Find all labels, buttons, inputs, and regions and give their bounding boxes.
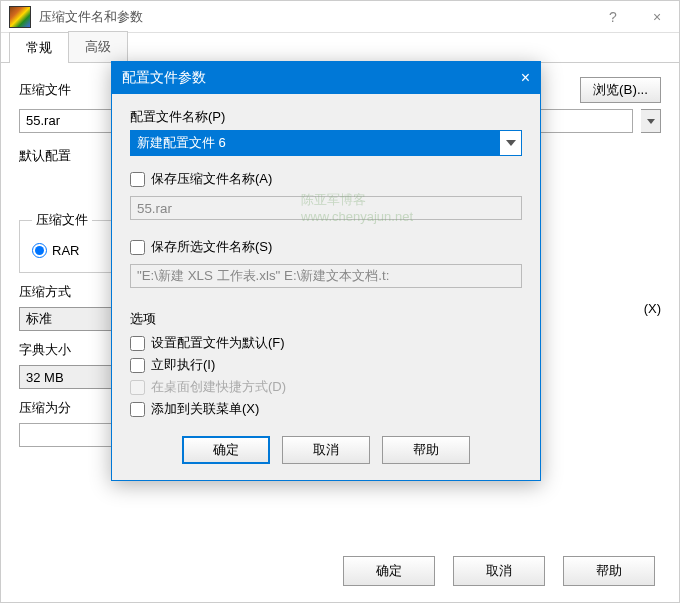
save-selected-files-label: 保存所选文件名称(S) [151,238,272,256]
tab-strip: 常规 高级 [1,33,679,63]
format-rar-label: RAR [52,243,79,258]
opt-run-checkbox[interactable] [130,358,145,373]
chevron-down-icon [506,140,516,146]
dict-value: 32 MB [26,370,64,385]
parent-ok-button[interactable]: 确定 [343,556,435,586]
selected-files-readonly [130,264,522,288]
save-selected-files-checkbox[interactable] [130,240,145,255]
modal-ok-button[interactable]: 确定 [182,436,270,464]
options-label: 选项 [130,310,522,328]
delete-after-tail: (X) [644,301,661,316]
split-label: 压缩为分 [19,399,99,417]
parent-window-title: 压缩文件名和参数 [39,8,591,26]
method-value: 标准 [26,310,52,328]
help-icon[interactable]: ? [591,1,635,33]
modal-cancel-button[interactable]: 取消 [282,436,370,464]
modal-title: 配置文件参数 [122,69,521,87]
browse-button[interactable]: 浏览(B)... [580,77,661,103]
dict-label: 字典大小 [19,341,99,359]
opt-shortcut-checkbox [130,380,145,395]
format-legend: 压缩文件 [32,211,92,229]
profile-name-input[interactable]: 新建配置文件 6 [131,131,499,155]
winrar-icon [9,6,31,28]
save-archive-name-label: 保存压缩文件名称(A) [151,170,272,188]
close-icon[interactable]: × [635,1,679,33]
method-label: 压缩方式 [19,283,99,301]
opt-context-label: 添加到关联菜单(X) [151,400,259,418]
parent-cancel-button[interactable]: 取消 [453,556,545,586]
opt-default-checkbox[interactable] [130,336,145,351]
opt-shortcut-label: 在桌面创建快捷方式(D) [151,378,286,396]
parent-help-button[interactable]: 帮助 [563,556,655,586]
parent-titlebar: 压缩文件名和参数 ? × [1,1,679,33]
profile-params-dialog: 配置文件参数 × 配置文件名称(P) 新建配置文件 6 保存压缩文件名称(A) … [111,61,541,481]
modal-close-button[interactable]: × [521,69,530,87]
default-profile-label: 默认配置 [19,147,99,165]
format-rar-radio[interactable] [32,243,47,258]
profile-name-label: 配置文件名称(P) [130,108,522,126]
opt-default-label: 设置配置文件为默认(F) [151,334,285,352]
archive-name-label: 压缩文件 [19,81,99,99]
modal-titlebar: 配置文件参数 × [112,62,540,94]
opt-context-checkbox[interactable] [130,402,145,417]
tab-advanced[interactable]: 高级 [68,31,128,62]
profile-name-combo[interactable]: 新建配置文件 6 [130,130,522,156]
modal-help-button[interactable]: 帮助 [382,436,470,464]
archive-name-readonly [130,196,522,220]
tab-general[interactable]: 常规 [9,32,69,63]
chevron-down-icon [647,119,655,124]
profile-name-dropdown-button[interactable] [499,131,521,155]
archive-dropdown-button[interactable] [641,109,661,133]
save-archive-name-checkbox[interactable] [130,172,145,187]
opt-run-label: 立即执行(I) [151,356,215,374]
